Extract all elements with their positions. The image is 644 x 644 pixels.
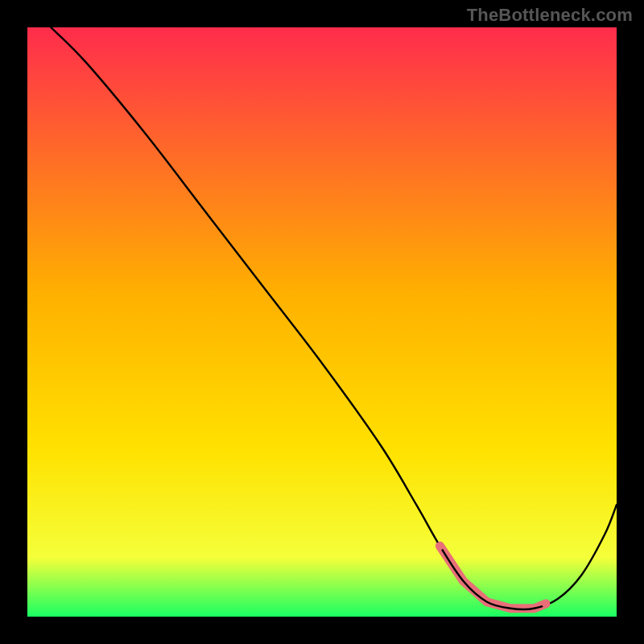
chart-frame: TheBottleneck.com	[0, 0, 644, 644]
watermark-text: TheBottleneck.com	[467, 5, 633, 26]
gradient-background	[27, 27, 617, 617]
trough-end-dot	[436, 542, 444, 550]
chart-svg	[27, 27, 617, 617]
trough-end-dot	[542, 600, 550, 608]
plot-area	[27, 27, 617, 617]
